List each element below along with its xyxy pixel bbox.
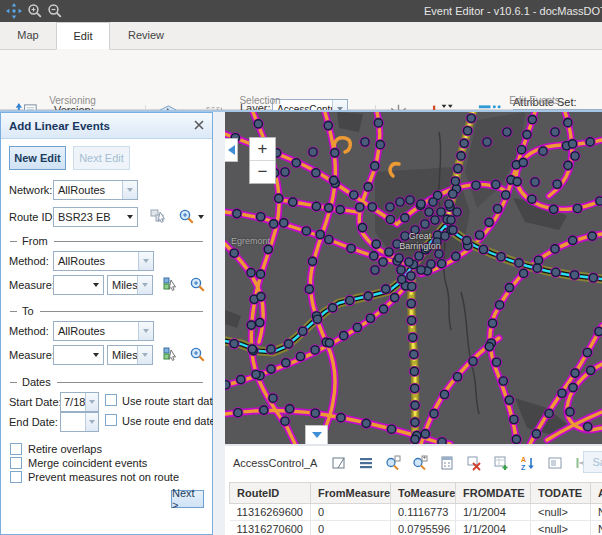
table-select-icon[interactable] (331, 455, 347, 471)
map-zoom-in-button[interactable]: + (250, 138, 275, 161)
panel-header: Add Linear Events (1, 113, 212, 139)
tab-edit[interactable]: Edit (56, 22, 110, 50)
attribute-grid: RouteIDFromMeasureToMeasureFROMDATETODAT… (229, 482, 602, 535)
chevron-down-icon[interactable] (137, 346, 152, 364)
start-date-label: Start Date: (9, 396, 62, 408)
chevron-down-icon (312, 432, 322, 438)
pan-icon[interactable] (6, 3, 22, 19)
tab-review[interactable]: Review (118, 22, 174, 49)
next-button[interactable]: Next > (171, 490, 204, 508)
clear-selection-icon[interactable] (466, 455, 482, 471)
svg-text:A: A (521, 456, 526, 463)
chevron-down-icon[interactable] (137, 276, 152, 294)
to-unit-dropdown[interactable]: Miles (107, 345, 153, 365)
table-pan-selected-icon[interactable] (412, 455, 428, 471)
chevron-down-icon[interactable] (138, 252, 153, 270)
to-unit-value: Miles (112, 349, 138, 361)
chevron-down-icon[interactable] (89, 276, 103, 294)
to-measure-zoom-icon[interactable] (189, 346, 206, 363)
from-unit-value: Miles (112, 279, 138, 291)
table-cell: 0.1116773 (391, 504, 456, 521)
new-edit-button[interactable]: New Edit (9, 146, 66, 170)
table-cell: 0 (311, 521, 391, 535)
add-linear-events-panel: Add Linear Events New Edit Next Edit Net… (0, 112, 213, 535)
use-route-end-checkbox[interactable] (105, 414, 117, 426)
attribute-table-panel: AccessControl_A AZ (225, 444, 602, 535)
use-route-start-checkbox[interactable] (105, 394, 117, 406)
chevron-down-icon[interactable] (122, 181, 137, 199)
panel-title: Add Linear Events (9, 120, 110, 132)
to-method-dropdown[interactable]: AllRoutes (53, 321, 154, 341)
chevron-down-icon[interactable] (85, 413, 98, 431)
from-unit-dropdown[interactable]: Miles (107, 275, 153, 295)
table-cell: <null> (531, 521, 591, 535)
column-header[interactable]: FROMDATE (456, 483, 531, 504)
zoom-in-icon[interactable] (27, 3, 43, 19)
column-header[interactable]: FromMeasure (311, 483, 391, 504)
column-header[interactable]: ToMeasure (391, 483, 456, 504)
select-route-on-map-icon[interactable] (150, 208, 167, 225)
table-layer-name: AccessControl_A (233, 457, 317, 469)
chevron-down-icon[interactable] (138, 322, 153, 340)
network-dropdown[interactable]: AllRoutes (53, 180, 138, 200)
merge-coincident-checkbox[interactable] (10, 457, 22, 469)
retire-overlaps-checkbox[interactable] (10, 443, 22, 455)
use-route-start-label: Use route start date (122, 395, 219, 407)
to-measure-pick-icon[interactable] (162, 346, 179, 363)
to-measure-combo[interactable] (53, 345, 104, 365)
save-button[interactable]: Save (583, 451, 602, 473)
column-header[interactable]: RouteID (230, 483, 311, 504)
window-title: Event Editor - v10.6.1 - docMassDOTN (424, 5, 602, 17)
prevent-measures-checkbox[interactable] (10, 471, 22, 483)
map-label-great-barrington: Great Barrington (385, 231, 455, 251)
map-zoom-out-button[interactable]: − (250, 161, 275, 183)
chevron-down-icon[interactable] (85, 393, 98, 411)
table-cell: 1/1/2004 (456, 521, 531, 535)
close-icon[interactable] (193, 119, 205, 131)
dates-section-legend: Dates (10, 376, 203, 388)
route-id-combo[interactable]: BSR23 EB (53, 207, 138, 227)
collapse-panel-button[interactable] (225, 138, 238, 162)
column-header[interactable]: TODATE (531, 483, 591, 504)
from-measure-zoom-icon[interactable] (189, 276, 206, 293)
table-cell: No (591, 521, 602, 535)
table-zoom-selected-icon[interactable] (385, 455, 401, 471)
map-label-egremont: Egremont (231, 236, 270, 246)
zoom-to-route-icon[interactable] (178, 208, 195, 225)
table-cell: No (591, 504, 602, 521)
sort-icon[interactable]: AZ (520, 455, 536, 471)
route-id-value: BSR23 EB (58, 211, 111, 223)
data-review-icon[interactable] (547, 455, 563, 471)
from-method-dropdown[interactable]: AllRoutes (53, 251, 154, 271)
chevron-down-icon[interactable] (123, 208, 137, 226)
next-edit-button[interactable]: Next Edit (73, 146, 130, 170)
tab-bar: Map Edit Review (0, 22, 602, 50)
zoom-route-dropdown-icon[interactable] (198, 215, 204, 219)
table-row[interactable]: 1131627060000.07955961/1/2004<null>No (230, 521, 602, 535)
zoom-out-icon[interactable] (47, 3, 63, 19)
from-method-label: Method: (9, 255, 49, 267)
to-method-value: AllRoutes (58, 325, 105, 337)
table-cell: 0 (311, 504, 391, 521)
chevron-down-icon[interactable] (89, 346, 103, 364)
tab-map[interactable]: Map (4, 22, 52, 49)
table-cell: <null> (531, 504, 591, 521)
versioning-group-label: Versioning (0, 95, 145, 106)
add-record-icon[interactable] (493, 455, 509, 471)
to-method-label: Method: (9, 325, 49, 337)
table-row[interactable]: 1131626960000.11167731/1/2004<null>No (230, 504, 602, 521)
from-measure-combo[interactable] (53, 275, 104, 295)
table-toolbar: AccessControl_A AZ (225, 446, 602, 480)
retire-overlaps-label: Retire overlaps (28, 443, 102, 455)
start-date-input[interactable]: 7/18/ (60, 392, 99, 412)
panel-splitter[interactable] (213, 112, 225, 535)
end-date-input[interactable] (60, 412, 99, 432)
network-value: AllRoutes (58, 184, 105, 196)
table-list-icon[interactable] (358, 455, 374, 471)
map[interactable]: Egremont Great Barrington + − (225, 112, 602, 444)
collapse-table-button[interactable] (305, 425, 328, 444)
field-calculator-icon[interactable] (439, 455, 455, 471)
from-measure-pick-icon[interactable] (162, 276, 179, 293)
to-section-legend: To (10, 305, 203, 317)
column-header[interactable]: AC (591, 483, 602, 504)
